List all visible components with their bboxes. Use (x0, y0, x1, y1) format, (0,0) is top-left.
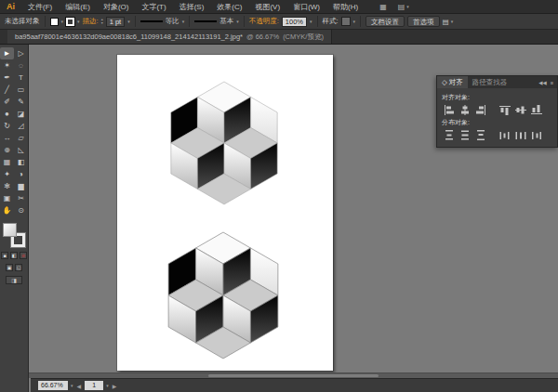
align-right-button[interactable] (473, 104, 487, 116)
workspace-switcher[interactable]: ▤▾ (398, 3, 409, 11)
distribute-left-button[interactable] (498, 129, 512, 141)
stroke-weight-field[interactable]: 1 pt (106, 17, 126, 27)
divider (244, 16, 245, 27)
chevron-down-icon[interactable]: ▾ (182, 20, 185, 24)
distribute-right-button[interactable] (529, 129, 543, 141)
align-top-button[interactable] (498, 104, 512, 116)
collapse-panel-icon[interactable]: ◀◀ (538, 80, 546, 85)
panel-controls: ◀◀ ≡ (538, 76, 557, 88)
align-vertical-center-button[interactable] (513, 104, 527, 116)
document-setup-button[interactable]: 文档设置 (365, 16, 405, 27)
brush-value[interactable]: 基本 (219, 17, 233, 26)
menu-type[interactable]: 文字(T) (135, 0, 172, 13)
paintbrush-tool[interactable]: ✐ (0, 96, 14, 108)
chevron-down-icon[interactable]: ▾ (236, 20, 239, 24)
chevron-down-icon[interactable]: ▾ (71, 384, 73, 388)
cube-pattern-top[interactable] (170, 81, 278, 205)
blend-tool[interactable]: ◑ (14, 168, 28, 180)
divider (135, 16, 136, 27)
direct-selection-tool[interactable]: ▷ (14, 47, 28, 59)
panel-menu-icon[interactable]: ≡ (551, 80, 553, 85)
chevron-down-icon[interactable]: ▾ (127, 20, 130, 24)
menu-help[interactable]: 帮助(H) (326, 0, 365, 13)
draw-behind-button[interactable]: ◱ (15, 264, 22, 271)
scale-tool[interactable]: ◿ (14, 120, 28, 132)
align-left-button[interactable] (442, 104, 456, 116)
lasso-tool[interactable]: ◌ (14, 59, 28, 72)
hand-tool[interactable]: ✋ (0, 204, 14, 216)
opacity-label[interactable]: 不透明度: (249, 17, 279, 26)
perspective-grid-tool[interactable]: ◺ (14, 144, 28, 156)
eraser-tool[interactable]: ◪ (14, 108, 28, 120)
shape-builder-tool[interactable]: ⊕ (0, 144, 14, 156)
fill-color-well[interactable] (3, 223, 17, 237)
distribute-vertical-center-button[interactable] (458, 129, 472, 141)
line-segment-tool[interactable]: ╱ (0, 84, 14, 96)
menu-effect[interactable]: 效果(C) (210, 0, 248, 13)
scrollbar-thumb[interactable] (208, 374, 378, 377)
document-tab[interactable]: ba95aaf78001e4636132d09ae00818c6_1109914… (7, 30, 332, 44)
arrange-documents-icon[interactable]: ▦ (379, 3, 387, 11)
artboard-tool[interactable]: ▣ (0, 192, 14, 204)
slice-tool[interactable]: ✂ (14, 192, 28, 204)
chevron-down-icon[interactable]: ▾ (77, 20, 80, 24)
align-options-icon[interactable]: ▤▾ (443, 18, 454, 26)
free-transform-tool[interactable]: ▱ (14, 132, 28, 144)
chevron-down-icon[interactable]: ▾ (310, 20, 312, 24)
profile-value[interactable]: 等比 (166, 17, 179, 26)
magic-wand-tool[interactable]: ✶ (0, 59, 14, 72)
align-bottom-button[interactable] (529, 104, 543, 116)
next-artboard-icon[interactable]: ▶ (112, 383, 118, 389)
stroke-weight-label[interactable]: 描边: (83, 17, 99, 26)
style-swatch[interactable] (341, 17, 351, 26)
menu-view[interactable]: 视图(V) (248, 0, 286, 13)
stroke-weight-stepper[interactable]: ▴▾ (101, 18, 103, 25)
canvas[interactable]: ◇ 对齐 路径查找器 ◀◀ ≡ 对齐对象: (29, 45, 558, 392)
rectangle-tool[interactable]: ▭ (14, 84, 28, 96)
artboard-nav-field[interactable]: 1 (85, 381, 103, 390)
menu-select[interactable]: 选择(S) (173, 0, 211, 13)
tab-pathfinder[interactable]: 路径查找器 (468, 76, 512, 88)
type-tool[interactable]: T (14, 72, 28, 84)
width-tool[interactable]: ↔ (0, 132, 14, 144)
screen-mode-button[interactable]: ◨ (6, 276, 22, 284)
artboard[interactable] (117, 55, 333, 371)
distribute-horizontal-center-button[interactable] (513, 129, 527, 141)
zoom-level-field[interactable]: 66.67% (38, 381, 68, 390)
menu-object[interactable]: 对象(O) (97, 0, 136, 13)
column-graph-tool[interactable]: ▆ (14, 180, 28, 192)
tab-align[interactable]: ◇ 对齐 (437, 76, 468, 88)
opacity-field[interactable]: 100% (282, 17, 307, 27)
distribute-top-button[interactable] (442, 129, 456, 141)
gradient-button[interactable]: ◧ (10, 252, 18, 259)
chevron-down-icon[interactable]: ▾ (61, 20, 64, 24)
color-button[interactable]: ■ (1, 252, 8, 259)
eyedropper-tool[interactable]: ✦ (0, 168, 14, 180)
menu-file[interactable]: 文件(F) (21, 0, 59, 13)
rotate-tool[interactable]: ↻ (0, 120, 14, 132)
none-button[interactable]: ⊘ (20, 252, 27, 259)
selection-tool[interactable]: ► (0, 47, 14, 59)
fill-swatch[interactable] (50, 18, 59, 26)
align-horizontal-center-button[interactable] (458, 104, 472, 116)
distribute-bottom-button[interactable] (473, 129, 487, 141)
cube-pattern-bottom[interactable] (167, 231, 279, 359)
zoom-tool[interactable]: ⊙ (14, 204, 28, 216)
stroke-swatch[interactable] (66, 18, 74, 26)
mesh-tool[interactable]: ▦ (0, 156, 14, 168)
pencil-tool[interactable]: ✎ (14, 96, 28, 108)
symbol-sprayer-tool[interactable]: ✻ (0, 180, 14, 192)
pen-tool[interactable]: ✒ (0, 72, 14, 84)
preferences-button[interactable]: 首选项 (407, 16, 440, 27)
first-artboard-icon[interactable]: ◀ (76, 383, 83, 389)
menu-edit[interactable]: 编辑(E) (59, 0, 97, 13)
color-wells (3, 223, 25, 247)
gradient-tool[interactable]: ◧ (14, 156, 28, 168)
chevron-down-icon[interactable]: ▾ (106, 384, 109, 388)
chevron-down-icon[interactable]: ▾ (353, 20, 356, 24)
selection-status-label: 未选择对象 (5, 17, 40, 26)
app-logo: Ai (0, 2, 21, 11)
draw-normal-button[interactable]: ▣ (6, 264, 13, 271)
blob-brush-tool[interactable]: ● (0, 108, 14, 120)
menu-window[interactable]: 窗口(W) (286, 0, 326, 13)
